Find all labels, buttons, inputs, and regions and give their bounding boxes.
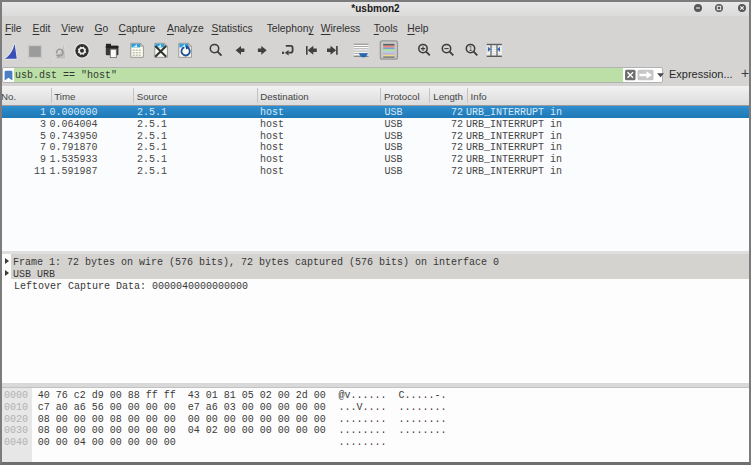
svg-text:1: 1 [469,45,473,52]
